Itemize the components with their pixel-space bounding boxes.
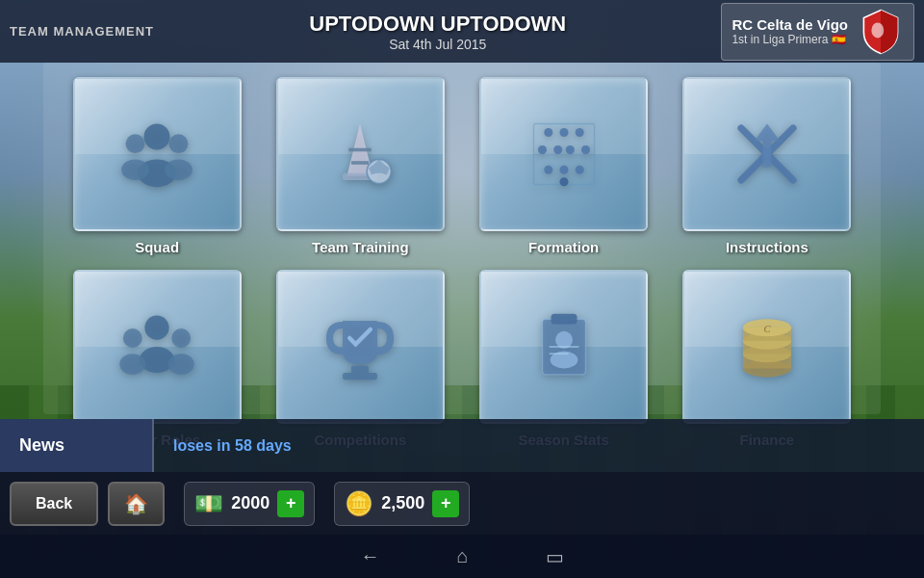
instructions-icon-box — [682, 77, 851, 231]
svg-point-1 — [144, 124, 170, 150]
svg-point-30 — [119, 354, 145, 375]
competitions-icon-box — [276, 270, 445, 424]
svg-rect-36 — [551, 314, 577, 325]
svg-point-27 — [145, 316, 169, 340]
menu-item-squad[interactable]: Squad — [63, 77, 251, 255]
competitions-icon — [317, 303, 403, 390]
svg-point-24 — [559, 177, 568, 186]
currency1-amount: 2000 — [231, 493, 270, 513]
training-label: Team Training — [312, 239, 409, 255]
instructions-icon — [724, 111, 810, 197]
news-content: loses in 58 days — [154, 437, 311, 455]
back-button[interactable]: Back — [10, 482, 98, 526]
svg-point-15 — [559, 128, 568, 137]
menu-item-formation[interactable]: Formation — [470, 77, 658, 255]
roles-icon — [114, 303, 200, 390]
training-icon — [317, 111, 403, 197]
news-tab[interactable]: News — [0, 419, 154, 472]
svg-point-16 — [575, 128, 583, 137]
bills-icon: 💵 — [194, 490, 223, 517]
squad-icon-box — [73, 77, 242, 231]
game-date: Sat 4th Jul 2015 — [309, 37, 566, 52]
team-rank: 1st in Liga Primera 🇪🇸 — [732, 33, 848, 46]
main-content: Squad Team Training — [43, 63, 881, 414]
svg-point-23 — [575, 166, 583, 174]
svg-text:C: C — [763, 323, 771, 334]
nav-home-icon[interactable]: ⌂ — [456, 545, 468, 567]
roles-icon-box — [73, 270, 242, 424]
team-shield-icon — [858, 9, 904, 55]
home-button[interactable]: 🏠 — [108, 482, 165, 526]
center-title: UPTODOWN UPTODOWN Sat 4th Jul 2015 — [309, 12, 566, 52]
formation-icon — [521, 111, 607, 197]
instructions-label: Instructions — [726, 239, 808, 255]
svg-point-5 — [169, 134, 189, 153]
svg-point-37 — [555, 331, 573, 349]
currency1-section: 💵 2000 + — [184, 482, 315, 526]
currency2-section: 🪙 2,500 + — [334, 482, 470, 526]
nav-menu-icon[interactable]: ▭ — [546, 545, 564, 568]
stats-icon-box — [479, 270, 648, 424]
action-bar: Back 🏠 💵 2000 + 🪙 2,500 + — [0, 472, 924, 535]
svg-point-19 — [565, 145, 574, 154]
formation-label: Formation — [528, 239, 599, 255]
svg-point-21 — [544, 166, 552, 174]
menu-item-instructions[interactable]: Instructions — [673, 77, 861, 255]
svg-point-6 — [165, 159, 192, 180]
svg-point-32 — [168, 354, 194, 375]
coins-icon: 🪙 — [345, 490, 373, 517]
game-title: UPTODOWN UPTODOWN — [309, 12, 566, 37]
top-bar: TEAM MANAGEMENT UPTODOWN UPTODOWN Sat 4t… — [0, 0, 924, 63]
svg-point-17 — [538, 145, 547, 154]
svg-rect-34 — [343, 373, 377, 380]
svg-point-18 — [553, 145, 562, 154]
team-name: RC Celta de Vigo — [732, 16, 848, 33]
finance-icon: C — [724, 303, 810, 390]
home-icon: 🏠 — [124, 492, 148, 515]
team-badge[interactable]: RC Celta de Vigo 1st in Liga Primera 🇪🇸 — [721, 3, 914, 61]
finance-icon-box: C — [682, 270, 851, 424]
team-info: RC Celta de Vigo 1st in Liga Primera 🇪🇸 — [732, 16, 848, 46]
svg-point-0 — [871, 22, 884, 38]
squad-icon — [114, 111, 200, 197]
svg-point-14 — [544, 128, 552, 137]
menu-item-training[interactable]: Team Training — [266, 77, 454, 255]
svg-point-4 — [121, 159, 149, 180]
svg-point-20 — [581, 145, 590, 154]
svg-point-31 — [171, 328, 191, 348]
nav-back-icon[interactable]: ← — [360, 545, 379, 567]
svg-point-3 — [126, 134, 145, 153]
svg-point-28 — [140, 347, 174, 373]
currency2-amount: 2,500 — [381, 493, 424, 513]
news-bar: News loses in 58 days — [0, 419, 924, 472]
currency2-add-button[interactable]: + — [432, 490, 459, 517]
training-icon-box — [276, 77, 445, 231]
formation-icon-box — [479, 77, 648, 231]
squad-label: Squad — [135, 239, 179, 255]
app-title: TEAM MANAGEMENT — [10, 24, 154, 39]
svg-point-29 — [123, 328, 142, 348]
svg-point-22 — [559, 166, 568, 174]
stats-icon — [521, 303, 607, 390]
currency1-add-button[interactable]: + — [277, 490, 304, 517]
menu-grid: Squad Team Training — [63, 77, 861, 448]
nav-bottom: ← ⌂ ▭ — [0, 535, 924, 578]
